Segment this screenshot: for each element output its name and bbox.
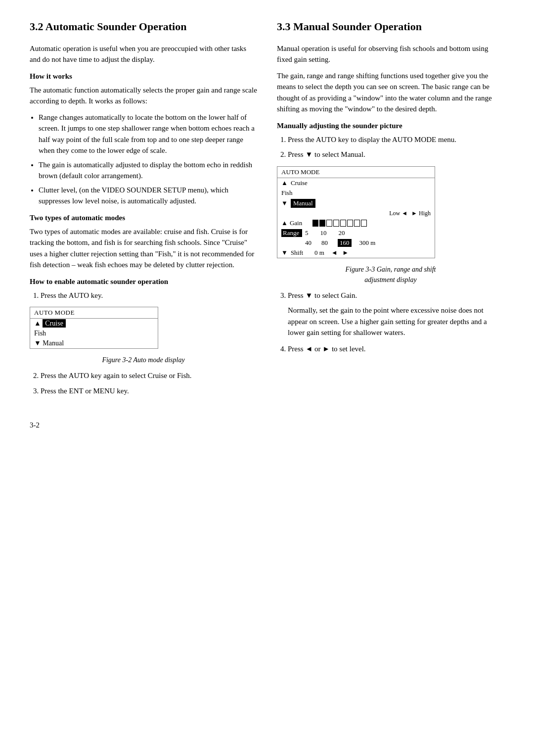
triangle-up-icon xyxy=(34,320,41,327)
triangle-right-icon xyxy=(322,345,330,353)
section-33-heading: 3.3 Manual Sounder Operation xyxy=(277,20,504,34)
shift-label: Shift xyxy=(291,249,312,257)
low-label: Low ◄ xyxy=(389,210,407,217)
manual-steps-list: Press the AUTO key to display the AUTO M… xyxy=(288,134,504,160)
triangle-down-icon xyxy=(305,291,312,299)
gain-bar-empty-4 xyxy=(347,220,353,227)
gain-bar-filled-1 xyxy=(312,220,318,227)
manual-step-1: Press the AUTO key to display the AUTO M… xyxy=(288,134,504,145)
step-3: Press the ENT or MENU key. xyxy=(41,385,257,397)
range-val-20: 20 xyxy=(339,229,345,237)
step-2: Press the AUTO key again to select Cruis… xyxy=(41,370,257,381)
fig3-caption: Figure 3-3 Gain, range and shiftadjustme… xyxy=(277,264,504,285)
triangle-down-icon xyxy=(305,150,312,158)
two-types-heading: Two types of automatic modes xyxy=(30,214,257,222)
triangle-up-icon xyxy=(281,179,288,187)
range-val-10: 10 xyxy=(320,229,327,237)
gr-manual-row: Manual xyxy=(277,198,435,209)
manual-step-3: Press to select Gain. Normally, set the … xyxy=(288,290,504,338)
fig2-caption: Figure 3-2 Auto mode display xyxy=(30,355,257,365)
range-val-40: 40 xyxy=(305,239,312,247)
range-val-80: 80 xyxy=(321,239,328,247)
gain-range-header: AUTO MODE xyxy=(277,167,435,178)
section-32-heading: 3.2 Automatic Sounder Operation xyxy=(30,20,257,34)
shift-row: Shift 0 m ◄ ► xyxy=(277,248,435,258)
list-item: The gain is automatically adjusted to di… xyxy=(39,159,257,182)
high-label: ► High xyxy=(411,210,431,217)
auto-mode-header: AUTO MODE xyxy=(30,307,158,319)
shift-value: 0 m xyxy=(314,249,324,257)
gain-bar xyxy=(312,220,367,227)
auto-mode-box-fig2: AUTO MODE Cruise Fish Manual xyxy=(30,307,158,349)
range-val-5: 5 xyxy=(305,229,309,237)
range-row-1: Range 5 10 20 xyxy=(277,228,435,238)
section-33-intro: Manual operation is useful for observing… xyxy=(277,43,504,65)
section-33-para2: The gain, range and range shifting funct… xyxy=(277,70,504,115)
triangle-down-icon xyxy=(34,339,41,347)
auto-mode-row-cruise: Cruise xyxy=(30,319,158,329)
how-it-works-heading: How it works xyxy=(30,72,257,81)
how-it-works-list: Range changes automatically to locate th… xyxy=(39,112,257,207)
list-item: Range changes automatically to locate th… xyxy=(39,112,257,156)
gr-fish-row: Fish xyxy=(277,188,435,198)
range-row-2: 40 80 160 300 m xyxy=(277,238,435,248)
fig3-caption-text: Figure 3-3 Gain, range and shiftadjustme… xyxy=(345,266,436,284)
range-val-300: 300 m xyxy=(359,239,376,247)
gain-label: Gain xyxy=(290,219,311,227)
right-column: 3.3 Manual Sounder Operation Manual oper… xyxy=(277,20,504,401)
gain-range-box: AUTO MODE Cruise Fish Manual Low ◄ ► Hig… xyxy=(277,166,435,258)
gain-bar-empty-1 xyxy=(326,220,332,227)
gain-bar-empty-5 xyxy=(354,220,360,227)
manual-steps-list-2: Press to select Gain. Normally, set the … xyxy=(288,290,504,355)
steps2-list: Press the AUTO key again to select Cruis… xyxy=(41,370,257,396)
gain-bar-empty-3 xyxy=(340,220,346,227)
manually-heading: Manually adjusting the sounder picture xyxy=(277,122,504,130)
gain-bar-empty-2 xyxy=(333,220,339,227)
gain-bar-filled-2 xyxy=(319,220,325,227)
list-item: Clutter level, (on the VIDEO SOUNDER SET… xyxy=(39,185,257,207)
range-label: Range xyxy=(281,229,302,237)
triangle-left-icon xyxy=(305,345,312,353)
gr-cruise-row: Cruise xyxy=(277,178,435,188)
step3-note: Normally, set the gain to the point wher… xyxy=(288,305,504,338)
steps1-list: Press the AUTO key. xyxy=(41,290,257,301)
how-to-enable-heading: How to enable automatic sounder operatio… xyxy=(30,278,257,286)
gain-row: Gain xyxy=(277,218,435,228)
cruise-selected: Cruise xyxy=(43,319,66,328)
gain-bar-empty-6 xyxy=(361,220,367,227)
shift-triangle-down xyxy=(281,249,288,257)
manual-selected: Manual xyxy=(291,199,315,208)
two-types-text: Two types of automatic modes are availab… xyxy=(30,226,257,271)
triangle-down-icon xyxy=(281,199,288,207)
left-column: 3.2 Automatic Sounder Operation Automati… xyxy=(30,20,257,401)
step-1: Press the AUTO key. xyxy=(41,290,257,301)
section-32-intro: Automatic operation is useful when you a… xyxy=(30,43,257,65)
page-number: 3-2 xyxy=(30,421,504,429)
manual-step-4: Press or to set level. xyxy=(288,343,504,355)
auto-mode-row-fish: Fish xyxy=(30,329,158,338)
gain-triangle-up xyxy=(281,219,288,227)
auto-mode-row-manual: Manual xyxy=(30,338,158,348)
how-it-works-intro: The automatic function automatically sel… xyxy=(30,85,257,107)
manual-step-2: Press to select Manual. xyxy=(288,149,504,160)
range-val-160: 160 xyxy=(338,239,352,247)
shift-arrows: ◄ ► xyxy=(331,249,349,257)
low-high-row: Low ◄ ► High xyxy=(277,209,435,218)
